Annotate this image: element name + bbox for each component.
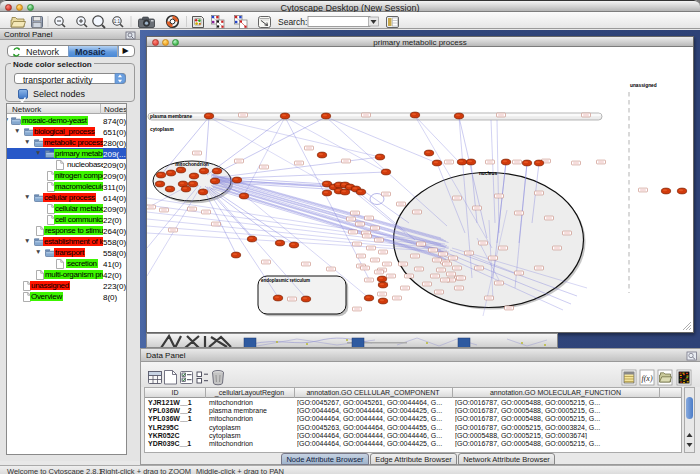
svg-text:Search:: Search: bbox=[278, 16, 307, 26]
svg-text:mitochondrion: mitochondrion bbox=[175, 162, 209, 167]
svg-text:cytoplasm: cytoplasm bbox=[150, 127, 174, 132]
svg-text:endoplasmic reticulum: endoplasmic reticulum bbox=[261, 278, 310, 283]
svg-text:plasma membrane: plasma membrane bbox=[150, 114, 192, 119]
svg-text:unassigned: unassigned bbox=[630, 83, 657, 88]
svg-text:1:1: 1:1 bbox=[114, 19, 121, 24]
svg-text:f(x): f(x) bbox=[641, 374, 652, 383]
svg-text:nucleus: nucleus bbox=[479, 171, 497, 176]
